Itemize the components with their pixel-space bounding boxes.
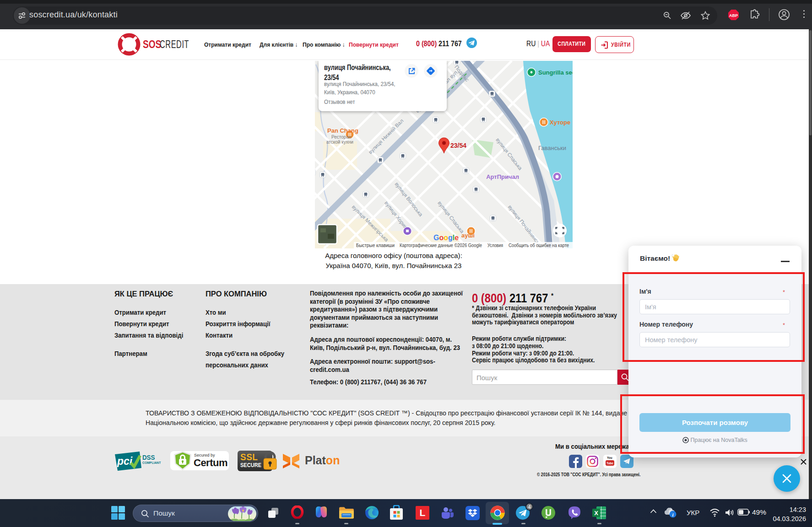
svg-text:Google: Google — [433, 234, 459, 242]
svg-text:pci: pci — [117, 455, 133, 467]
svg-text:АртПричал: АртПричал — [486, 173, 519, 180]
svg-text:Гаванськи: Гаванськи — [538, 145, 566, 151]
svg-text:Условия: Условия — [487, 243, 503, 248]
svg-text:ABP: ABP — [729, 13, 738, 18]
svg-text:Pan Chang: Pan Chang — [327, 127, 358, 134]
svg-text:X: X — [594, 510, 598, 516]
svg-text:23/54: 23/54 — [450, 142, 466, 149]
svg-text:CREDIT: CREDIT — [160, 38, 189, 50]
svg-text:Сообщить об ошибке на карте: Сообщить об ошибке на карте — [509, 243, 569, 248]
svg-text:SOS: SOS — [143, 38, 161, 51]
svg-text:Быстрые клавиши: Быстрые клавиши — [356, 243, 395, 248]
svg-text:DSS: DSS — [142, 453, 155, 461]
svg-text:атской кухни: атской кухни — [326, 140, 353, 145]
svg-text:Хуторе: Хуторе — [550, 119, 570, 126]
svg-text:Ресторан: Ресторан — [331, 134, 351, 140]
svg-text:COMPLIANT: COMPLIANT — [142, 461, 161, 464]
svg-text:ауші: ауші — [461, 232, 475, 239]
svg-text:Картографические данные ©2026: Картографические данные ©2026 Google — [400, 243, 482, 248]
svg-text:Sungrilla sec: Sungrilla sec — [538, 69, 573, 76]
